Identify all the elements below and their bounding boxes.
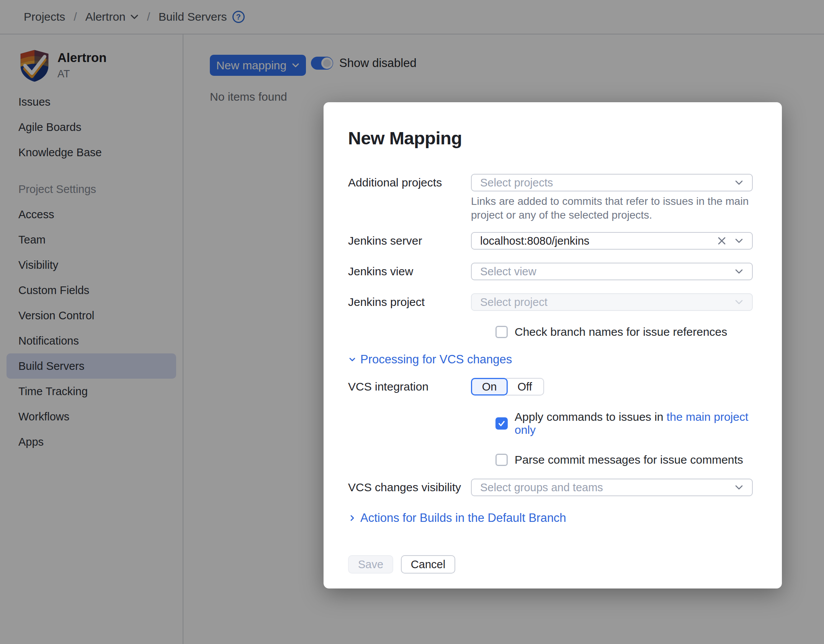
parse-commit-row: Parse commit messages for issue comments <box>495 453 753 466</box>
jenkins-project-select: Select project <box>471 293 753 311</box>
new-mapping-dialog: New Mapping Additional projects Select p… <box>324 102 782 588</box>
check-branch-checkbox[interactable] <box>495 326 508 338</box>
jenkins-project-row: Jenkins project Select project <box>348 293 753 311</box>
vcs-visibility-select[interactable]: Select groups and teams <box>471 479 753 496</box>
additional-projects-select[interactable]: Select projects <box>471 174 753 191</box>
check-branch-row: Check branch names for issue references <box>495 325 753 338</box>
dialog-buttons: Save Cancel <box>348 555 753 574</box>
chevron-down-icon <box>734 299 744 305</box>
jenkins-server-label: Jenkins server <box>348 232 471 250</box>
chevron-down-icon <box>734 238 744 244</box>
vcs-integration-label: VCS integration <box>348 378 471 396</box>
jenkins-view-label: Jenkins view <box>348 263 471 280</box>
parse-commit-label: Parse commit messages for issue comments <box>515 453 743 466</box>
chevron-down-icon <box>734 269 744 275</box>
actions-builds-section-toggle[interactable]: Actions for Builds in the Default Branch <box>348 511 753 525</box>
cancel-button[interactable]: Cancel <box>401 555 455 574</box>
additional-projects-placeholder: Select projects <box>480 177 734 189</box>
additional-projects-label: Additional projects <box>348 174 471 191</box>
jenkins-view-placeholder: Select view <box>480 265 734 278</box>
processing-vcs-section-toggle[interactable]: Processing for VCS changes <box>348 353 753 366</box>
processing-vcs-section-label: Processing for VCS changes <box>360 353 512 366</box>
jenkins-project-placeholder: Select project <box>480 296 734 309</box>
dialog-title: New Mapping <box>348 127 753 149</box>
vcs-visibility-row: VCS changes visibility Select groups and… <box>348 479 753 496</box>
jenkins-server-row: Jenkins server localhost:8080/jenkins <box>348 232 753 250</box>
additional-projects-help: Links are added to commits that refer to… <box>471 195 773 222</box>
chevron-right-icon <box>348 514 356 522</box>
check-icon <box>497 419 506 428</box>
vcs-integration-segmented-control: On Off <box>471 378 753 396</box>
chevron-down-icon <box>734 485 744 490</box>
jenkins-server-value: localhost:8080/jenkins <box>480 235 717 247</box>
jenkins-server-select[interactable]: localhost:8080/jenkins <box>471 232 753 250</box>
check-branch-label: Check branch names for issue references <box>515 325 727 338</box>
parse-commit-checkbox[interactable] <box>495 454 508 466</box>
apply-commands-label: Apply commands to issues in the main pro… <box>515 410 753 436</box>
dialog-form: Additional projects Select projects Link… <box>348 174 753 574</box>
vcs-integration-on-button[interactable]: On <box>471 378 508 396</box>
chevron-down-icon <box>734 180 744 186</box>
jenkins-view-select[interactable]: Select view <box>471 263 753 280</box>
jenkins-project-label: Jenkins project <box>348 293 471 311</box>
actions-builds-section-label: Actions for Builds in the Default Branch <box>360 511 566 525</box>
screen: Projects / Alertron / Build Servers ? <box>0 0 824 644</box>
chevron-down-icon <box>348 355 356 364</box>
jenkins-view-row: Jenkins view Select view <box>348 263 753 280</box>
vcs-integration-row: VCS integration On Off <box>348 378 753 396</box>
save-button[interactable]: Save <box>348 555 393 574</box>
vcs-integration-off-button[interactable]: Off <box>506 378 544 396</box>
apply-commands-row: Apply commands to issues in the main pro… <box>495 410 753 436</box>
apply-commands-checkbox[interactable] <box>495 417 508 430</box>
additional-projects-row: Additional projects Select projects Link… <box>348 174 753 222</box>
vcs-visibility-placeholder: Select groups and teams <box>480 481 734 494</box>
clear-icon <box>717 236 727 246</box>
vcs-visibility-label: VCS changes visibility <box>348 479 471 496</box>
